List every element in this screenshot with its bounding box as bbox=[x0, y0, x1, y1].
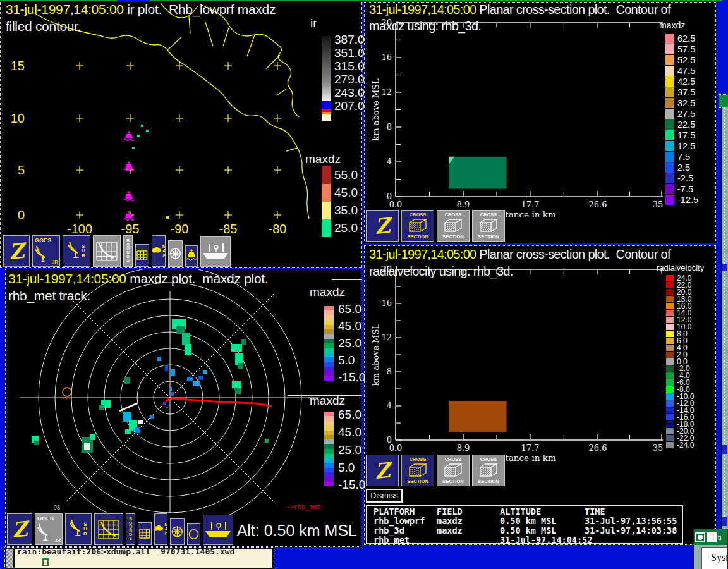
map-button[interactable]: MAP bbox=[154, 513, 167, 545]
system-panel: Syste bbox=[701, 547, 727, 569]
radar-echo bbox=[182, 333, 190, 345]
globe-icon bbox=[152, 245, 162, 257]
cross-section-button[interactable]: CROSSSECTION bbox=[472, 455, 505, 486]
circle-button[interactable] bbox=[187, 523, 200, 545]
latitude-tick-label: 5 bbox=[6, 163, 25, 178]
longitude-tick-label: -90 bbox=[171, 222, 189, 236]
colorbar-row: 17.5 bbox=[665, 130, 695, 140]
radar-echo bbox=[138, 420, 143, 424]
buoy-marker bbox=[124, 161, 134, 171]
bounds-button[interactable]: BOUNDS bbox=[126, 513, 135, 545]
sur-radar-button[interactable]: SUR bbox=[63, 235, 90, 267]
ship-button[interactable] bbox=[200, 236, 231, 267]
colorbar-row: 52.5 bbox=[665, 54, 695, 65]
svg-text:12: 12 bbox=[381, 87, 392, 97]
document-icon[interactable] bbox=[707, 532, 717, 542]
ir-plot-panel: 31-jul-1997,14:05:00 ir plot. Rhb_lowprf… bbox=[0, 0, 362, 268]
colorbar-tick-label: 35.0 bbox=[334, 204, 358, 217]
optics-wheel-button[interactable] bbox=[168, 240, 183, 267]
radar-echo bbox=[238, 363, 243, 369]
bounds-button[interactable]: BOUNDS bbox=[123, 235, 133, 267]
svg-text:16: 16 bbox=[381, 298, 392, 308]
colorbar-row: 62.5 bbox=[665, 33, 695, 44]
terminal-window[interactable]: rain:beaufait:206>xdump.all 970731.1405.… bbox=[5, 548, 274, 569]
radar-echo bbox=[90, 434, 95, 440]
zeb-logo-button[interactable]: Z bbox=[3, 235, 30, 267]
zeb-logo-button[interactable]: Z bbox=[366, 455, 399, 486]
latitude-tick-label: 15 bbox=[6, 59, 25, 73]
cross-section-button-active[interactable]: CROSSSECTION bbox=[401, 455, 434, 486]
radar-maxdz-panel: 31-jul-1997,14:05:00 maxdz plot. maxdz p… bbox=[5, 269, 361, 547]
dismiss-button[interactable]: Dismiss bbox=[366, 489, 403, 503]
table-header-row: PLATFORMFIELDALTITUDETIME bbox=[373, 507, 682, 517]
cross-section-toolbar: ZCROSSSECTIONCROSSSECTIONCROSSSECTION bbox=[366, 210, 505, 242]
colorbar-tick-label: 25.0 bbox=[338, 336, 361, 350]
cross-section-plot-maxdz[interactable]: 0481216200.08.917.726.635Distance in kmk… bbox=[365, 3, 717, 224]
colorbar-row: -2.5 bbox=[665, 173, 693, 183]
ir-panel-title2: filled contour. bbox=[6, 19, 81, 34]
svg-text:26.6: 26.6 bbox=[588, 443, 607, 453]
colorbar-tick-label: 387.0 bbox=[334, 33, 365, 47]
ir-colorbar bbox=[322, 36, 331, 121]
svg-text:17.7: 17.7 bbox=[521, 443, 539, 453]
maxdz-colorbar1-title: maxdz bbox=[310, 285, 345, 299]
cross-section-button[interactable]: CROSSSECTION bbox=[437, 210, 470, 242]
colorbar-tick-label: 243.0 bbox=[334, 86, 365, 100]
colorbar bbox=[324, 306, 334, 381]
terminal-command-line: rain:beaufait:206>xdump.all 970731.1405.… bbox=[17, 548, 234, 556]
colorbar bbox=[322, 166, 331, 237]
maxdz-colorbar2-title: maxdz bbox=[310, 394, 345, 408]
colorbar-tick-label: 279.0 bbox=[334, 73, 365, 87]
ship-button[interactable] bbox=[203, 515, 233, 545]
optics-wheel-button[interactable] bbox=[170, 518, 185, 545]
radar-echo bbox=[265, 439, 269, 443]
terminal-scrollbar[interactable] bbox=[6, 549, 15, 568]
svg-text:26.6: 26.6 bbox=[588, 200, 607, 209]
satellite-dish-icon bbox=[37, 523, 50, 544]
radar-grid-button[interactable] bbox=[93, 235, 121, 267]
sur-radar-button[interactable]: SUR bbox=[65, 513, 92, 545]
buoy-button[interactable] bbox=[185, 245, 198, 267]
colorbar-row: 2.5 bbox=[665, 162, 690, 173]
longitude-tick-label: -80 bbox=[269, 222, 287, 236]
svg-text:4: 4 bbox=[387, 401, 392, 410]
colorbar-tick-label: 5.0 bbox=[338, 461, 355, 475]
platform-status-table: PLATFORMFIELDALTITUDETIMErhb_lowprfmaxdz… bbox=[366, 505, 683, 544]
svg-text:8: 8 bbox=[387, 367, 392, 376]
grid-small-button[interactable] bbox=[135, 244, 149, 267]
cross-section-button[interactable]: CROSSSECTION bbox=[472, 210, 505, 242]
longitude-tick-label: -85 bbox=[219, 222, 238, 236]
satellite-dish-icon bbox=[35, 245, 47, 266]
longitude-tick-label: -100 bbox=[67, 222, 92, 236]
background-window-scrollbar[interactable] bbox=[721, 107, 728, 530]
radar-grid-button[interactable] bbox=[94, 513, 123, 545]
cross-section-button[interactable]: CROSSSECTION bbox=[437, 455, 470, 486]
window-menu-icon[interactable] bbox=[695, 532, 705, 542]
buoy-marker bbox=[124, 131, 134, 140]
radar-echo bbox=[185, 344, 191, 355]
radar-echo bbox=[203, 370, 207, 374]
maxdz-colorbar-title: maxdz bbox=[659, 20, 685, 30]
radar-plot[interactable] bbox=[6, 269, 362, 515]
svg-text:0.0: 0.0 bbox=[389, 200, 403, 209]
ir-panel-title: 31-jul-1997,14:05:00 ir plot. Rhb_lowprf… bbox=[6, 2, 276, 17]
zeb-logo-button[interactable]: Z bbox=[7, 513, 32, 545]
system-window-titlebar[interactable]: ti bbox=[694, 529, 727, 545]
map-button[interactable]: MAP bbox=[152, 235, 166, 267]
colorbar-tick-label: 65.0 bbox=[338, 408, 361, 422]
radar-echo bbox=[241, 339, 246, 345]
altitude-readout: Alt: 0.50 km MSL bbox=[237, 522, 357, 540]
radar-echo bbox=[150, 415, 154, 419]
zeb-logo-button[interactable]: Z bbox=[366, 210, 399, 242]
goes-ir-button[interactable]: GOES.IR bbox=[35, 513, 63, 545]
goes-ir-button[interactable]: GOES.IR bbox=[32, 235, 60, 267]
system-window[interactable]: ti Syste bbox=[693, 529, 728, 569]
colorbar-row: 42.5 bbox=[665, 76, 695, 87]
grid-small-button[interactable] bbox=[138, 522, 152, 545]
radar-echo bbox=[124, 377, 130, 384]
svg-text:17.7: 17.7 bbox=[521, 200, 539, 209]
radar-dish-icon bbox=[70, 519, 82, 539]
cross-section-button-active[interactable]: CROSSSECTION bbox=[401, 210, 434, 242]
colorbar-row: 22.5 bbox=[665, 119, 695, 130]
radar-echo bbox=[125, 429, 131, 434]
